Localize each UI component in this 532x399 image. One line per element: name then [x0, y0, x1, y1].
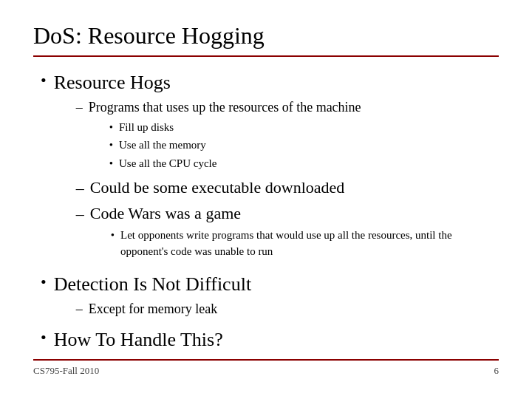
- dash-except-memory: – Except for memory leak: [76, 300, 499, 318]
- dot-marker-3: •: [109, 155, 113, 172]
- dot-text-use-memory: Use all the memory: [119, 137, 206, 154]
- bullet-resource-hogs: • Resource Hogs – Programs that uses up …: [41, 70, 499, 267]
- slide-content: • Resource Hogs – Programs that uses up …: [33, 70, 499, 359]
- dot-text-let-opponents: Let opponents write programs that would …: [120, 227, 499, 260]
- dot-text-fill-disks: Fill up disks: [119, 119, 174, 136]
- dash-text-could-be: Could be some executable downloaded: [90, 177, 345, 199]
- dot-let-opponents: • Let opponents write programs that woul…: [111, 227, 499, 260]
- slide: DoS: Resource Hogging • Resource Hogs – …: [0, 0, 532, 399]
- dot-marker-2: •: [109, 137, 113, 154]
- bullet-l1-text: Resource Hogs: [54, 72, 171, 93]
- dot-use-cpu: • Use all the CPU cycle: [109, 155, 499, 172]
- dash-marker-code-wars: –: [76, 203, 84, 226]
- slide-title: DoS: Resource Hogging: [33, 22, 499, 50]
- detection-sublist: – Except for memory leak: [76, 300, 499, 318]
- bullet-l1-marker-3: •: [41, 327, 47, 349]
- bullet-detection: • Detection Is Not Difficult – Except fo…: [41, 272, 499, 323]
- dot-marker-let-opponents: •: [111, 227, 115, 244]
- dot-text-use-cpu: Use all the CPU cycle: [119, 155, 216, 172]
- footer-course: CS795-Fall 2010: [33, 365, 99, 377]
- dot-marker-1: •: [109, 119, 113, 136]
- bullet-l1-marker: •: [41, 70, 47, 92]
- dash-marker-could-be: –: [76, 177, 84, 200]
- dash-programs: – Programs that uses up the resources of…: [76, 98, 499, 175]
- dash-text-code-wars: Code Wars was a game: [90, 204, 241, 222]
- dash-marker-except: –: [76, 300, 83, 318]
- programs-sublist: • Fill up disks • Use all the memory • U…: [109, 119, 499, 172]
- title-divider: [33, 55, 499, 57]
- resource-hogs-sublist: – Programs that uses up the resources of…: [76, 98, 499, 263]
- slide-footer: CS795-Fall 2010 6: [33, 359, 499, 377]
- bullet-l1-text-detection: Detection Is Not Difficult: [54, 273, 251, 295]
- code-wars-sublist: • Let opponents write programs that woul…: [111, 227, 499, 260]
- dash-text-programs: Programs that uses up the resources of t…: [89, 100, 361, 115]
- dash-code-wars: – Code Wars was a game • Let opponents w…: [76, 203, 499, 263]
- bullet-how-to-handle: • How To Handle This?: [41, 327, 499, 352]
- dash-marker: –: [76, 98, 83, 117]
- footer-page-number: 6: [494, 365, 499, 377]
- dot-use-memory: • Use all the memory: [109, 137, 499, 154]
- dash-could-be: – Could be some executable downloaded: [76, 177, 499, 200]
- bullet-l1-marker-2: •: [41, 272, 47, 293]
- bullet-l1-text-handle: How To Handle This?: [54, 327, 223, 352]
- dash-text-except: Except for memory leak: [89, 300, 217, 318]
- dot-fill-disks: • Fill up disks: [109, 119, 499, 136]
